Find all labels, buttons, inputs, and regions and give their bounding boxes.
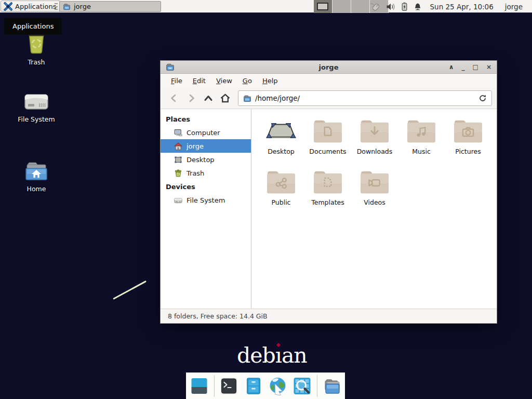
sidebar-header-devices: Devices: [161, 180, 251, 193]
minimize-button[interactable]: _: [462, 62, 465, 72]
file-templates[interactable]: Templates: [304, 167, 351, 218]
audio-volume-icon[interactable]: [386, 3, 395, 11]
sidebar-item-computer[interactable]: Computer: [161, 126, 251, 139]
file-videos[interactable]: Videos: [351, 167, 398, 218]
tasklist-handle[interactable]: [55, 3, 58, 10]
desktop-icon: [174, 156, 182, 164]
workspace-3[interactable]: [351, 0, 370, 13]
desktop-icon-home[interactable]: Home: [9, 155, 63, 193]
application-finder-launcher[interactable]: [292, 376, 312, 396]
file-desktop[interactable]: Desktop: [258, 116, 304, 167]
statusbar: 8 folders, Free space: 14.4 GiB: [161, 309, 497, 323]
toolbar: /home/jorge/: [161, 88, 497, 109]
computer-icon: [174, 129, 182, 137]
trash-icon: [174, 169, 182, 177]
back-button[interactable]: [165, 90, 182, 107]
workspace-2[interactable]: [332, 0, 351, 13]
menu-view[interactable]: View: [211, 75, 237, 87]
desktop-icon-file-system[interactable]: File System: [9, 85, 63, 123]
home-button[interactable]: [217, 90, 234, 107]
file-public[interactable]: Public: [258, 167, 304, 218]
file-icon-view: Desktop Documents: [251, 109, 497, 309]
file-label: Music: [412, 148, 431, 155]
menu-go[interactable]: Go: [237, 75, 257, 87]
reload-icon[interactable]: [478, 94, 487, 102]
file-label: Desktop: [268, 148, 295, 155]
close-button[interactable]: ×: [486, 62, 491, 72]
workspace-window-preview: [317, 3, 328, 10]
sidebar-item-file-system[interactable]: File System: [161, 193, 251, 207]
folder-music-icon: [405, 118, 437, 144]
desktop-screen: Applications jorge: [0, 0, 532, 399]
sidebar-header-places: Places: [161, 112, 251, 126]
applications-button[interactable]: Applications: [1, 1, 61, 12]
file-label: Pictures: [455, 148, 481, 155]
file-pictures[interactable]: Pictures: [445, 116, 491, 167]
sidebar-item-desktop[interactable]: Desktop: [161, 153, 251, 166]
window-controls: ∧ _ □ ×: [449, 62, 491, 72]
path-input[interactable]: /home/jorge/: [255, 94, 475, 102]
show-desktop-button[interactable]: [190, 376, 209, 396]
applications-tooltip: Applications: [4, 18, 62, 35]
file-documents[interactable]: Documents: [304, 116, 351, 167]
file-label: Documents: [309, 148, 346, 155]
desktop-icon-label: Home: [27, 185, 46, 193]
maximize-button[interactable]: □: [473, 62, 478, 72]
debian-wallpaper-logo: debıan: [237, 343, 307, 368]
sidebar-item-label: File System: [187, 196, 225, 204]
up-icon: [203, 93, 214, 103]
web-browser-globe-icon: [268, 377, 287, 395]
folder-videos-icon: [358, 169, 391, 195]
dock-separator: [317, 375, 317, 397]
desktop-artifact-line: [113, 281, 147, 300]
show-desktop-icon: [190, 377, 209, 395]
panel-clock[interactable]: Sun 25 Apr, 10:06: [430, 3, 494, 11]
forward-icon: [186, 93, 196, 103]
taskbar-window-button[interactable]: jorge: [59, 1, 161, 12]
battery-icon[interactable]: [401, 2, 408, 11]
terminal-launcher[interactable]: [219, 376, 239, 396]
file-label: Templates: [311, 198, 344, 206]
xfce-applications-icon: [4, 2, 12, 11]
window-content: Places Computer: [161, 109, 497, 309]
shade-button[interactable]: ∧: [449, 62, 454, 72]
folder-public-icon: [265, 169, 297, 195]
sidebar-item-label: Desktop: [187, 156, 215, 164]
pointer-device-icon[interactable]: [369, 2, 381, 11]
menu-help[interactable]: Help: [257, 75, 283, 87]
titlebar[interactable]: jorge ∧ _ □ ×: [161, 61, 497, 74]
dock-panel: [186, 373, 345, 399]
file-manager-window: jorge ∧ _ □ × File Edit View Go Help: [160, 60, 497, 324]
back-icon: [169, 93, 179, 103]
top-panel: Applications jorge: [0, 0, 532, 13]
workspace-1[interactable]: [314, 0, 332, 13]
desktop-workspace-icon: [265, 121, 297, 144]
menu-file[interactable]: File: [166, 75, 188, 87]
directory-menu-launcher[interactable]: [322, 376, 342, 396]
taskbar-window-label: jorge: [74, 3, 91, 10]
folder-templates-icon: [312, 169, 344, 195]
applications-label: Applications: [15, 3, 56, 10]
forward-button[interactable]: [182, 90, 200, 107]
directory-menu-folder-icon: [323, 377, 341, 395]
sidebar-item-label: Trash: [187, 169, 204, 177]
application-finder-icon: [292, 377, 312, 395]
terminal-icon: [219, 377, 238, 395]
window-title: jorge: [161, 63, 497, 71]
dock-separator: [214, 375, 215, 397]
system-tray: Sun 25 Apr, 10:06 jorge: [369, 0, 532, 13]
notifications-bell-icon[interactable]: [414, 3, 422, 11]
web-browser-launcher[interactable]: [268, 376, 288, 396]
up-button[interactable]: [200, 90, 217, 107]
file-downloads[interactable]: Downloads: [351, 116, 398, 167]
sidebar-item-jorge[interactable]: jorge: [161, 139, 251, 153]
folder-pictures-icon: [452, 118, 484, 144]
menu-edit[interactable]: Edit: [188, 75, 211, 87]
file-manager-launcher[interactable]: [244, 376, 263, 396]
sidebar-item-trash[interactable]: Trash: [161, 166, 251, 180]
home-folder-icon: [24, 160, 49, 182]
file-music[interactable]: Music: [398, 116, 445, 167]
sidebar-item-label: jorge: [187, 142, 204, 150]
path-bar[interactable]: /home/jorge/: [238, 90, 492, 106]
status-text: 8 folders, Free space: 14.4 GiB: [168, 312, 268, 320]
